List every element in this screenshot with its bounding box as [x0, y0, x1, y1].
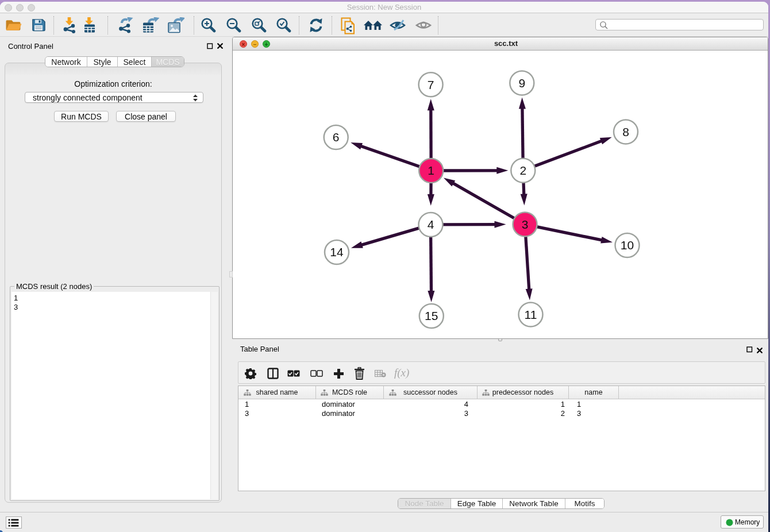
svg-text:1: 1	[428, 164, 434, 177]
svg-text:14: 14	[330, 245, 344, 259]
svg-text:11: 11	[525, 308, 537, 321]
svg-text:15: 15	[425, 309, 438, 322]
svg-text:9: 9	[518, 76, 525, 90]
svg-text:7: 7	[428, 78, 434, 91]
svg-text:3: 3	[522, 218, 529, 231]
svg-text:4: 4	[428, 218, 434, 231]
svg-text:6: 6	[333, 130, 340, 144]
svg-text:10: 10	[621, 238, 634, 252]
svg-text:2: 2	[519, 164, 526, 177]
svg-text:8: 8	[622, 125, 629, 138]
